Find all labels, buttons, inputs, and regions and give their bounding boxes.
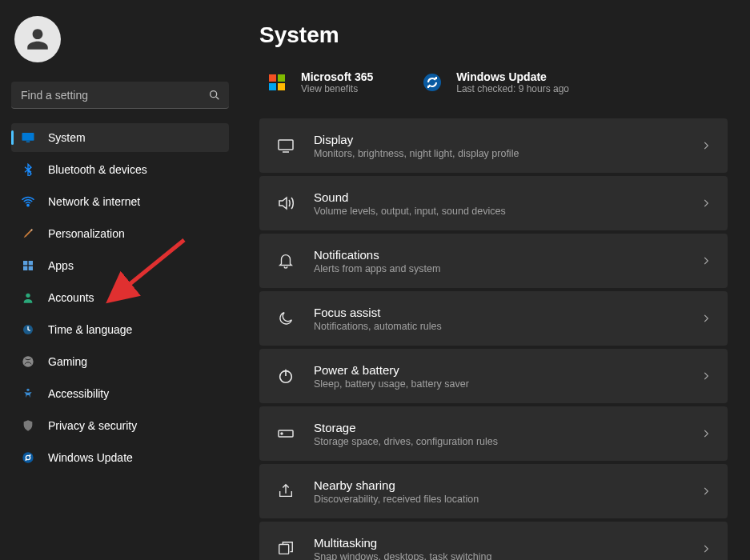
svg-rect-6 — [29, 261, 33, 265]
svg-point-13 — [22, 452, 33, 462]
chevron-right-icon — [700, 543, 712, 554]
svg-point-9 — [26, 294, 30, 298]
tile-subtitle: Discoverability, received files location — [314, 494, 700, 505]
update-icon — [21, 450, 35, 465]
paintbrush-icon — [21, 226, 35, 241]
settings-tile-list: Display Monitors, brightness, night ligh… — [259, 118, 728, 560]
svg-rect-19 — [279, 140, 293, 150]
chevron-right-icon — [700, 370, 712, 382]
sidebar-item-privacy[interactable]: Privacy & security — [11, 411, 229, 440]
chevron-right-icon — [700, 140, 712, 151]
tile-notifications[interactable]: Notifications Alerts from apps and syste… — [259, 234, 728, 288]
tile-title: Power & battery — [314, 363, 700, 377]
tile-focus-assist[interactable]: Focus assist Notifications, automatic ru… — [259, 291, 728, 346]
tile-subtitle: Alerts from apps and system — [314, 263, 700, 274]
microsoft-logo-icon — [266, 71, 288, 94]
tile-title: Nearby sharing — [314, 478, 700, 492]
tile-title: Storage — [314, 421, 700, 434]
sidebar-item-network[interactable]: Network & internet — [11, 187, 229, 216]
chevron-right-icon — [700, 313, 712, 324]
sidebar-item-label: Bluetooth & devices — [48, 163, 147, 176]
tile-storage[interactable]: Storage Storage space, drives, configura… — [259, 406, 728, 461]
tile-subtitle: Snap windows, desktops, task switching — [314, 551, 700, 561]
svg-point-12 — [26, 389, 29, 391]
sidebar-item-label: Apps — [48, 259, 74, 272]
svg-point-0 — [211, 91, 217, 98]
accessibility-icon — [21, 386, 35, 401]
tile-title: Sound — [314, 190, 700, 204]
sidebar-item-label: Gaming — [48, 355, 87, 368]
svg-rect-16 — [269, 83, 276, 90]
sidebar-item-system[interactable]: System — [11, 123, 229, 152]
tile-subtitle: Notifications, automatic rules — [314, 321, 700, 332]
tile-title: Notifications — [314, 248, 700, 262]
search-input[interactable] — [11, 82, 229, 109]
sidebar: System Bluetooth & devices Network & int… — [0, 0, 240, 560]
display-icon — [275, 135, 296, 156]
windows-update-card[interactable]: Windows Update Last checked: 9 hours ago — [421, 70, 569, 94]
tile-sound[interactable]: Sound Volume levels, output, input, soun… — [259, 176, 728, 230]
power-icon — [275, 366, 296, 386]
update-icon — [421, 71, 443, 94]
tile-title: Display — [314, 133, 700, 146]
main-content: System Microsoft 365 View benefits Windo… — [240, 0, 750, 560]
sidebar-item-gaming[interactable]: Gaming — [11, 347, 229, 376]
wifi-icon — [21, 194, 35, 209]
tile-display[interactable]: Display Monitors, brightness, night ligh… — [259, 118, 728, 173]
sidebar-item-label: Windows Update — [48, 451, 133, 464]
chevron-right-icon — [700, 198, 712, 209]
moon-icon — [275, 308, 296, 329]
svg-point-11 — [22, 356, 33, 366]
shield-icon — [21, 418, 35, 433]
user-avatar[interactable] — [14, 16, 61, 62]
svg-point-4 — [27, 204, 29, 206]
card-title: Windows Update — [456, 70, 569, 83]
sidebar-item-accounts[interactable]: Accounts — [11, 283, 229, 312]
tile-title: Multitasking — [314, 536, 700, 550]
apps-icon — [21, 258, 35, 273]
sidebar-item-accessibility[interactable]: Accessibility — [11, 379, 229, 408]
xbox-icon — [21, 354, 35, 369]
person-icon — [21, 290, 35, 305]
tile-subtitle: Monitors, brightness, night light, displ… — [314, 148, 700, 159]
svg-rect-3 — [26, 142, 30, 143]
storage-icon — [275, 423, 296, 444]
tile-title: Focus assist — [314, 306, 700, 319]
svg-point-18 — [423, 74, 441, 91]
tile-power-battery[interactable]: Power & battery Sleep, battery usage, ba… — [259, 349, 728, 403]
svg-rect-2 — [22, 133, 34, 141]
sidebar-item-label: Privacy & security — [48, 419, 137, 432]
svg-rect-5 — [23, 261, 27, 265]
multitasking-icon — [275, 538, 296, 559]
svg-line-1 — [216, 97, 219, 99]
svg-rect-25 — [279, 545, 289, 554]
page-title: System — [259, 22, 728, 48]
sidebar-item-label: Accounts — [48, 291, 94, 304]
tile-subtitle: Storage space, drives, configuration rul… — [314, 436, 700, 447]
bluetooth-icon — [21, 162, 35, 177]
sidebar-item-personalization[interactable]: Personalization — [11, 219, 229, 248]
sidebar-item-label: Network & internet — [48, 195, 140, 208]
tile-subtitle: Volume levels, output, input, sound devi… — [314, 206, 700, 217]
svg-rect-14 — [269, 74, 276, 82]
sound-icon — [275, 193, 296, 214]
search-icon — [208, 89, 221, 102]
svg-rect-7 — [23, 266, 27, 270]
sidebar-item-label: Personalization — [48, 227, 125, 240]
sidebar-item-time-language[interactable]: Time & language — [11, 315, 229, 344]
microsoft-365-card[interactable]: Microsoft 365 View benefits — [266, 70, 373, 94]
chevron-right-icon — [700, 255, 712, 266]
clock-globe-icon — [21, 322, 35, 337]
sidebar-item-label: Time & language — [48, 323, 132, 336]
tile-multitasking[interactable]: Multitasking Snap windows, desktops, tas… — [259, 522, 728, 560]
share-icon — [275, 481, 296, 502]
tile-nearby-sharing[interactable]: Nearby sharing Discoverability, received… — [259, 464, 728, 518]
sidebar-item-apps[interactable]: Apps — [11, 251, 229, 280]
sidebar-item-label: Accessibility — [48, 387, 109, 400]
sidebar-item-bluetooth[interactable]: Bluetooth & devices — [11, 155, 229, 184]
search-container — [11, 82, 229, 109]
svg-rect-8 — [29, 266, 33, 270]
chevron-right-icon — [700, 428, 712, 439]
svg-rect-15 — [278, 74, 285, 82]
sidebar-item-windows-update[interactable]: Windows Update — [11, 443, 229, 472]
